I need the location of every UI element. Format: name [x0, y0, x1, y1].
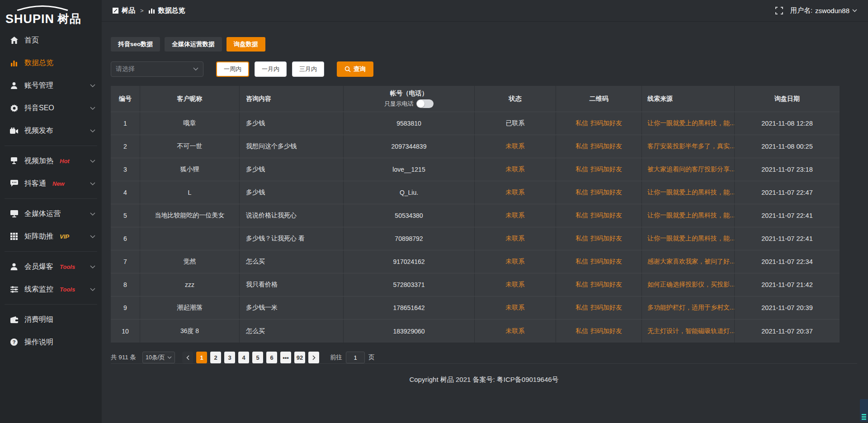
- qr-link[interactable]: 扫码加好友: [590, 304, 622, 312]
- cell-date: 2021-11-07 22:41: [735, 227, 840, 250]
- page-button-3[interactable]: 3: [224, 352, 235, 363]
- sidebar-item-label: 视频发布: [24, 126, 53, 136]
- breadcrumb-current: 数据总览: [158, 6, 185, 15]
- chevron-down-icon: [90, 210, 95, 218]
- tab-询盘数据[interactable]: 询盘数据: [226, 37, 265, 52]
- page-button-2[interactable]: 2: [210, 352, 221, 363]
- cell-id: 3: [111, 158, 140, 181]
- page-button-5[interactable]: 5: [252, 352, 263, 363]
- breadcrumb-root[interactable]: 树品: [122, 6, 135, 15]
- qr-link[interactable]: 扫码加好友: [590, 119, 622, 127]
- qr-link[interactable]: 扫码加好友: [590, 142, 622, 150]
- page-button-6[interactable]: 6: [266, 352, 277, 363]
- sidebar-item-label: 数据总览: [24, 58, 53, 68]
- cell-qrcode: 私信扫码加好友: [556, 135, 642, 158]
- page-button-4[interactable]: 4: [238, 352, 249, 363]
- chevron-down-icon: [193, 67, 198, 71]
- source-link[interactable]: 让你一眼就爱上的黑科技，能...: [647, 188, 734, 197]
- qr-link[interactable]: 扫码加好友: [590, 258, 622, 266]
- sidebar-item-操作说明[interactable]: ?操作说明: [0, 331, 102, 353]
- cell-qrcode: 私信扫码加好友: [556, 158, 642, 181]
- sidebar-item-label: 会员爆客: [24, 262, 53, 272]
- filter-select[interactable]: 请选择: [111, 61, 203, 77]
- topbar: 树品 > 数据总览 用户名: zswodun88: [102, 0, 868, 22]
- phone-only-toggle[interactable]: [416, 99, 434, 108]
- sidebar-item-矩阵助推[interactable]: 矩阵助推VIP: [0, 225, 102, 248]
- fullscreen-icon[interactable]: [775, 7, 783, 14]
- cell-id: 2: [111, 135, 140, 158]
- qr-link[interactable]: 扫码加好友: [590, 165, 622, 174]
- sidebar-item-视频加热[interactable]: 视频加热Hot: [0, 150, 102, 172]
- qr-link[interactable]: 扫码加好友: [590, 212, 622, 220]
- tab-抖音seo数据[interactable]: 抖音seo数据: [111, 37, 160, 52]
- sidebar-item-线索监控[interactable]: 线索监控Tools: [0, 278, 102, 301]
- page-size-select[interactable]: 10条/页: [142, 352, 175, 363]
- col-header-account: 帐号（电话） 只显示电话: [344, 86, 475, 112]
- source-link[interactable]: 如何正确选择投影仪，买投影...: [647, 281, 734, 289]
- screen-icon: [10, 157, 18, 165]
- page-ellipsis-button[interactable]: •••: [280, 352, 291, 363]
- cell-inquiry: 我只看价格: [240, 273, 344, 296]
- prev-page-button[interactable]: [182, 352, 193, 363]
- qr-link[interactable]: 扫码加好友: [590, 281, 622, 289]
- sidebar-item-会员爆客[interactable]: 会员爆客Tools: [0, 255, 102, 278]
- edge-widget[interactable]: [860, 399, 868, 422]
- source-link[interactable]: 多功能护栏灯，适用于乡村文...: [647, 304, 734, 312]
- cell-account: 9583810: [344, 112, 475, 135]
- table-row: 5当地比较能吃的一位美女说说价格让我死心50534380未联系私信扫码加好友让你…: [111, 204, 840, 227]
- qr-link[interactable]: 私信: [576, 235, 588, 243]
- search-button[interactable]: 查询: [337, 61, 373, 77]
- sliders-icon: [10, 285, 18, 293]
- cell-id: 1: [111, 112, 140, 135]
- source-link[interactable]: 让你一眼就爱上的黑科技，能...: [647, 119, 734, 127]
- cell-source: 多功能护栏灯，适用于乡村文...: [642, 296, 735, 319]
- cell-qrcode: 私信扫码加好友: [556, 273, 642, 296]
- sidebar-item-抖音SEO[interactable]: 抖音SEO: [0, 97, 102, 119]
- source-link[interactable]: 无主灯设计，智能磁吸轨道灯...: [647, 327, 734, 335]
- qr-link[interactable]: 私信: [576, 304, 588, 312]
- filter-row: 请选择 一周内一月内三月内 查询: [111, 61, 857, 77]
- source-link[interactable]: 被大家追着问的客厅投影分享...: [647, 165, 734, 174]
- cell-inquiry: 多少钱: [240, 112, 344, 135]
- cell-account: 50534380: [344, 204, 475, 227]
- source-link[interactable]: 感谢大家喜欢我家，被问了好...: [647, 258, 734, 266]
- source-link[interactable]: 让你一眼就爱上的黑科技，能...: [647, 212, 734, 220]
- chevron-down-icon: [90, 127, 95, 135]
- tab-全媒体运营数据[interactable]: 全媒体运营数据: [165, 37, 222, 52]
- qr-link[interactable]: 扫码加好友: [590, 188, 622, 197]
- sidebar-item-抖客通[interactable]: 抖客通New: [0, 172, 102, 195]
- phone-toggle-label: 只显示电话: [384, 100, 414, 108]
- source-link[interactable]: 客厅安装投影半年多了，真实...: [647, 142, 734, 150]
- goto-page-input[interactable]: [346, 352, 365, 363]
- page-button-1[interactable]: 1: [196, 352, 207, 363]
- sidebar-item-账号管理[interactable]: 账号管理: [0, 74, 102, 97]
- qr-link[interactable]: 扫码加好友: [590, 235, 622, 243]
- qr-link[interactable]: 私信: [576, 188, 588, 197]
- qr-link[interactable]: 私信: [576, 212, 588, 220]
- brand-logo[interactable]: SHUPIN 树品: [0, 4, 102, 29]
- table-row: 7觉然怎么买917024162未联系私信扫码加好友感谢大家喜欢我家，被问了好..…: [111, 250, 840, 273]
- range-button-三月内[interactable]: 三月内: [292, 61, 324, 77]
- range-button-一月内[interactable]: 一月内: [255, 61, 287, 77]
- grid-icon: [10, 232, 18, 240]
- qr-link[interactable]: 私信: [576, 165, 588, 174]
- sidebar-item-首页[interactable]: 首页: [0, 29, 102, 52]
- chevron-down-icon: [90, 232, 95, 240]
- range-button-一周内[interactable]: 一周内: [216, 61, 249, 77]
- qr-link[interactable]: 私信: [576, 281, 588, 289]
- sidebar-item-数据总览[interactable]: 数据总览: [0, 52, 102, 74]
- sidebar-item-视频发布[interactable]: 视频发布: [0, 119, 102, 142]
- user-menu[interactable]: 用户名: zswodun88: [790, 6, 857, 15]
- video-icon: [10, 127, 18, 135]
- table-row: 6多少钱？让我死心 看70898792未联系私信扫码加好友让你一眼就爱上的黑科技…: [111, 227, 840, 250]
- next-page-button[interactable]: [308, 352, 319, 363]
- source-link[interactable]: 让你一眼就爱上的黑科技，能...: [647, 235, 734, 243]
- qr-link[interactable]: 私信: [576, 119, 588, 127]
- qr-link[interactable]: 私信: [576, 258, 588, 266]
- page-button-92[interactable]: 92: [294, 352, 305, 363]
- sidebar-item-消费明细[interactable]: 消费明细: [0, 308, 102, 331]
- qr-link[interactable]: 私信: [576, 142, 588, 150]
- sidebar-item-全媒体运营[interactable]: 全媒体运营: [0, 202, 102, 225]
- qr-link[interactable]: 扫码加好友: [590, 327, 622, 335]
- qr-link[interactable]: 私信: [576, 327, 588, 335]
